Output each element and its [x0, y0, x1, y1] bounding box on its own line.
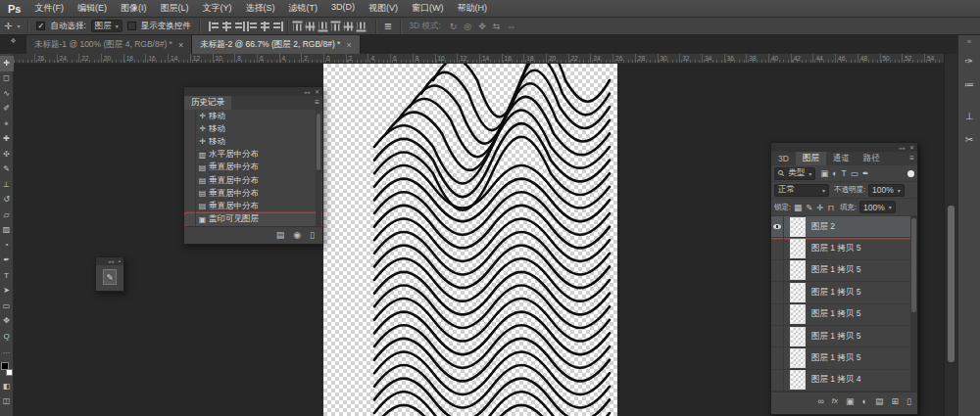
- distribute-top-edges-icon[interactable]: [292, 21, 302, 31]
- history-state-highlighted[interactable]: ▣盖印可见图层: [184, 213, 322, 226]
- crop-tool[interactable]: ⌖: [0, 116, 14, 132]
- layer-thumbnail[interactable]: [790, 304, 806, 324]
- close-panel-icon[interactable]: ✕: [909, 145, 914, 151]
- filter-toggle-icon[interactable]: [907, 170, 914, 177]
- history-set-source-cell[interactable]: [184, 162, 196, 174]
- blur-tool[interactable]: ◔: [0, 238, 14, 254]
- fill-dropdown[interactable]: 100% ▾: [859, 201, 896, 213]
- delete-layer-icon[interactable]: ▯: [906, 396, 911, 406]
- tool-preset-dropdown-icon[interactable]: ▾: [17, 23, 20, 29]
- menu-item[interactable]: 3D(D): [331, 2, 355, 15]
- filter-type-dropdown[interactable]: ⚲ 类型 ▾: [774, 167, 815, 180]
- document-canvas[interactable]: [323, 64, 617, 416]
- auto-select-target-dropdown[interactable]: 图层 ▾: [91, 20, 122, 32]
- menu-item[interactable]: 文件(F): [34, 2, 64, 15]
- history-set-source-cell[interactable]: [184, 149, 196, 162]
- collapse-panel-icon[interactable]: ««: [304, 89, 311, 95]
- shape-tool[interactable]: ▭: [0, 299, 14, 314]
- layer-thumbnail[interactable]: [790, 283, 806, 302]
- layer-visibility-cell[interactable]: [771, 238, 784, 258]
- more-tools[interactable]: …: [0, 345, 14, 360]
- layer-row[interactable]: 图层 1 拷贝 5: [771, 347, 917, 369]
- shape-filter-icon[interactable]: ▭: [851, 168, 858, 178]
- align-top-edges-icon[interactable]: [247, 22, 258, 31]
- new-snapshot-icon[interactable]: ◉: [293, 230, 301, 240]
- menu-item[interactable]: 文字(Y): [202, 2, 231, 15]
- tab-history[interactable]: 历史记录: [184, 96, 231, 110]
- layer-row[interactable]: 图层 1 拷贝 5: [771, 238, 917, 259]
- history-set-source-cell[interactable]: [184, 122, 196, 135]
- history-state[interactable]: ▤垂直居中分布: [184, 187, 322, 200]
- layer-row[interactable]: 图层 1 拷贝 5: [771, 326, 917, 347]
- menu-item[interactable]: 帮助(H): [457, 2, 487, 15]
- menu-item[interactable]: 滤镜(T): [288, 2, 318, 15]
- history-set-source-cell[interactable]: [184, 200, 196, 212]
- close-tab-icon[interactable]: ×: [346, 40, 351, 50]
- layer-thumbnail[interactable]: [790, 348, 806, 368]
- history-state[interactable]: ▥水平居中分布: [184, 149, 322, 162]
- layer-row[interactable]: 图层 1 拷贝 5: [771, 304, 917, 326]
- zoom-tool[interactable]: Q: [0, 329, 14, 345]
- history-set-source-cell[interactable]: [184, 213, 196, 226]
- menu-item[interactable]: 编辑(E): [77, 2, 107, 15]
- history-state[interactable]: ✛移动: [184, 122, 322, 135]
- blend-mode-dropdown[interactable]: 正常 ▾: [774, 184, 829, 197]
- foreground-color-swatch[interactable]: [1, 362, 9, 370]
- distribute-right-edges-icon[interactable]: [356, 21, 366, 31]
- move-tool[interactable]: ✛: [0, 56, 14, 71]
- dock-expand-icon[interactable]: «: [967, 35, 971, 49]
- history-scrollbar[interactable]: [316, 110, 321, 226]
- opacity-dropdown[interactable]: 100% ▾: [868, 184, 905, 197]
- scrollbar-thumb[interactable]: [911, 218, 916, 312]
- eye-icon[interactable]: [773, 224, 781, 229]
- document-tab-2[interactable]: 未标题-2 @ 66.7% (图层 2, RGB/8#) *×: [192, 35, 361, 54]
- delete-state-icon[interactable]: ▯: [310, 230, 315, 240]
- link-layers-icon[interactable]: ∞: [817, 396, 823, 406]
- history-set-source-cell[interactable]: [184, 174, 196, 187]
- distribute-vertical-centers-icon[interactable]: [305, 21, 315, 31]
- new-document-from-state-icon[interactable]: ▤: [276, 230, 285, 240]
- close-panel-icon[interactable]: ▪: [119, 258, 121, 264]
- align-horizontal-centers-icon[interactable]: [221, 22, 232, 31]
- hand-tool[interactable]: ✥: [0, 314, 14, 330]
- layer-thumbnail[interactable]: [790, 370, 806, 390]
- layers-scrollbar[interactable]: [910, 216, 917, 392]
- document-vertical-scrollbar[interactable]: [944, 54, 957, 416]
- adjustment-filter-icon[interactable]: ◐: [832, 168, 837, 178]
- eyedropper-tool[interactable]: ✚: [0, 132, 14, 148]
- layer-row[interactable]: 图层 1 拷贝 4: [771, 370, 917, 392]
- close-panel-icon[interactable]: ✕: [315, 89, 319, 95]
- history-state[interactable]: ✛移动: [184, 110, 322, 122]
- path-selection-tool[interactable]: ➤: [0, 284, 14, 300]
- layer-mask-icon[interactable]: ▣: [846, 396, 855, 406]
- pen-tool[interactable]: ✒: [0, 254, 14, 269]
- mini-panel-icon[interactable]: ✎: [103, 269, 117, 285]
- new-layer-icon[interactable]: ⊞: [892, 396, 900, 406]
- history-set-source-cell[interactable]: [184, 187, 196, 200]
- tab-路径[interactable]: 路径: [857, 152, 887, 165]
- lock-pixels-icon[interactable]: ✎: [806, 203, 812, 212]
- align-right-edges-icon[interactable]: [234, 22, 245, 31]
- quick-mask-icon[interactable]: ◧: [0, 379, 14, 394]
- lock-transparent-icon[interactable]: ▦: [794, 203, 802, 212]
- distribute-left-edges-icon[interactable]: [330, 21, 340, 31]
- align-vertical-centers-icon[interactable]: [260, 22, 270, 31]
- layer-thumbnail[interactable]: [790, 239, 806, 258]
- distribute-horizontal-centers-icon[interactable]: [343, 21, 353, 31]
- menu-item[interactable]: 图层(L): [160, 2, 188, 15]
- layer-visibility-cell[interactable]: [771, 216, 784, 237]
- history-brush-tool[interactable]: ↺: [0, 193, 14, 208]
- move-tool-icon[interactable]: ✛: [4, 22, 12, 31]
- align-left-edges-icon[interactable]: [209, 22, 220, 31]
- close-tab-icon[interactable]: ×: [178, 40, 183, 50]
- lock-all-icon[interactable]: ⊓: [827, 203, 834, 212]
- brush-tool[interactable]: ✎: [0, 162, 14, 178]
- pixel-filter-icon[interactable]: ▣: [820, 168, 828, 178]
- healing-brush-tool[interactable]: ✣: [0, 147, 14, 162]
- tab-图层[interactable]: 图层: [796, 152, 826, 165]
- tab-3D[interactable]: 3D: [771, 152, 796, 165]
- brush-panel-icon[interactable]: ✑: [964, 49, 974, 72]
- panel-menu-icon[interactable]: ≡: [315, 98, 319, 107]
- screen-mode-icon[interactable]: ◫: [0, 394, 14, 410]
- background-color-swatch[interactable]: [6, 369, 13, 376]
